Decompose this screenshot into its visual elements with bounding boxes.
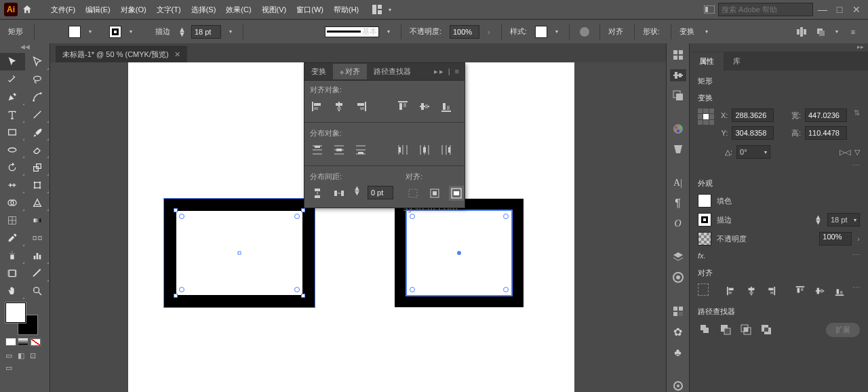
transform-label[interactable]: 变换: [679, 26, 694, 37]
menu-type[interactable]: 文字(T): [153, 2, 185, 18]
align-vcenter-icon[interactable]: [417, 99, 432, 114]
minimize-button[interactable]: —: [815, 3, 830, 16]
menu-edit[interactable]: 编辑(E): [81, 2, 115, 18]
link-wh-icon[interactable]: ⇅: [854, 109, 860, 117]
mesh-tool[interactable]: [0, 212, 25, 229]
tab-pathfinder[interactable]: 路径查找器: [367, 64, 418, 79]
direct-selection-tool[interactable]: [25, 53, 50, 71]
line-tool[interactable]: [25, 106, 50, 123]
stroke-style-dropdown[interactable]: [384, 28, 393, 36]
dist-left-icon[interactable]: [395, 142, 410, 157]
shape-builder-tool[interactable]: [0, 194, 25, 212]
style-swatch[interactable]: [535, 26, 547, 38]
dock-layers-icon[interactable]: [670, 251, 686, 263]
prop-align-vcenter-icon[interactable]: [814, 283, 827, 298]
dist-spacing-h-icon[interactable]: [332, 186, 347, 201]
prop-align-top-icon[interactable]: [794, 283, 807, 298]
recolor-icon[interactable]: [578, 25, 591, 39]
center-point[interactable]: [238, 252, 241, 255]
dock-char-icon[interactable]: A|: [670, 177, 686, 189]
scale-tool[interactable]: [25, 159, 50, 176]
pathfinder-intersect-icon[interactable]: [738, 322, 753, 337]
anchor-point[interactable]: [294, 214, 300, 219]
shaper-tool[interactable]: [0, 141, 25, 159]
menu-file[interactable]: 文件(F): [47, 2, 79, 18]
style-dropdown[interactable]: [553, 28, 561, 36]
opacity-field[interactable]: 100%: [450, 25, 479, 39]
eraser-tool[interactable]: [25, 141, 50, 159]
tab-transform[interactable]: 变换: [304, 64, 333, 79]
panel-expand-icon[interactable]: ▸▸: [690, 43, 868, 52]
blend-tool[interactable]: [25, 229, 50, 247]
prop-align-hcenter-icon[interactable]: [745, 283, 757, 298]
dock-color-icon[interactable]: [670, 123, 686, 135]
type-tool[interactable]: [0, 106, 25, 123]
symbol-sprayer-tool[interactable]: [0, 247, 25, 264]
dist-right-icon[interactable]: [439, 142, 454, 157]
selection-tool[interactable]: [0, 53, 25, 71]
maximize-button[interactable]: □: [832, 3, 847, 16]
layout-icon[interactable]: [370, 3, 384, 16]
fill-color-well[interactable]: [5, 302, 26, 323]
panel-menu-icon[interactable]: ≡: [846, 25, 860, 39]
lasso-tool[interactable]: [25, 71, 50, 88]
reference-point[interactable]: [698, 109, 714, 125]
rectangle-2[interactable]: [395, 199, 524, 307]
help-search[interactable]: [718, 3, 813, 16]
menu-view[interactable]: 视图(V): [258, 2, 291, 18]
align-to-toggle-icon[interactable]: [698, 283, 709, 296]
flip-v-icon[interactable]: ▽: [854, 148, 860, 157]
hand-tool[interactable]: [0, 282, 25, 300]
dock-libraries-icon[interactable]: [670, 49, 686, 61]
menu-help[interactable]: 帮助(H): [330, 2, 363, 18]
stroke-weight-field[interactable]: 18 pt: [191, 25, 221, 39]
dock-preview-icon[interactable]: [670, 380, 686, 392]
tab-align[interactable]: ◆ 对齐: [333, 64, 367, 79]
dist-hcenter-icon[interactable]: [417, 142, 432, 157]
fill-swatch-prop[interactable]: [698, 194, 711, 208]
opacity-field-prop[interactable]: 100%: [819, 232, 852, 246]
bbox-handle[interactable]: [174, 294, 178, 298]
anchor-point[interactable]: [410, 214, 415, 219]
panel-collapse-icon[interactable]: ▸▸ | ≡: [430, 67, 465, 76]
zoom-tool[interactable]: [25, 282, 50, 300]
dock-para-icon[interactable]: ¶: [670, 197, 686, 210]
width-field[interactable]: [805, 109, 847, 122]
anchor-point[interactable]: [179, 287, 184, 292]
center-point[interactable]: [457, 251, 461, 255]
pathfinder-minus-icon[interactable]: [718, 322, 733, 337]
bbox-handle[interactable]: [301, 208, 305, 212]
bbox-handle[interactable]: [174, 208, 178, 212]
arrange-icon[interactable]: [814, 25, 827, 39]
menu-effect[interactable]: 效果(C): [222, 2, 255, 18]
layout-dropdown[interactable]: [386, 5, 394, 14]
pathfinder-exclude-icon[interactable]: [759, 322, 774, 337]
anchor-point[interactable]: [503, 287, 509, 292]
dist-top-icon[interactable]: [310, 142, 325, 157]
anchor-point[interactable]: [294, 287, 300, 292]
align-to-selection-icon[interactable]: [406, 186, 420, 201]
slice-tool[interactable]: [25, 264, 50, 282]
appearance-more-icon[interactable]: ⋯: [852, 251, 860, 260]
rotate-tool[interactable]: [0, 159, 25, 176]
fill-dropdown[interactable]: [86, 28, 94, 36]
eyedropper-tool[interactable]: [0, 229, 25, 247]
dock-brush-icon[interactable]: ✿: [670, 326, 686, 338]
angle-field[interactable]: 0°▾: [736, 145, 770, 159]
dock-pathfinder-icon[interactable]: [670, 90, 686, 102]
opacity-swatch-prop[interactable]: [698, 232, 711, 246]
color-mode-none[interactable]: [30, 338, 41, 346]
stroke-swatch-prop[interactable]: [698, 213, 711, 227]
flip-h-icon[interactable]: ▷◁: [840, 148, 850, 157]
magic-wand-tool[interactable]: [0, 71, 25, 88]
expand-button[interactable]: 扩展: [826, 323, 860, 337]
arrange-dropdown[interactable]: [833, 28, 841, 36]
anchor-point[interactable]: [410, 287, 415, 292]
dock-appearance-icon[interactable]: [670, 271, 686, 283]
prop-align-right-icon[interactable]: [764, 283, 777, 298]
align-to-key-icon[interactable]: [427, 186, 442, 201]
graph-tool[interactable]: [25, 247, 50, 264]
help-search-input[interactable]: [722, 5, 815, 14]
isolate-icon[interactable]: [795, 25, 808, 39]
menu-window[interactable]: 窗口(W): [292, 2, 328, 18]
